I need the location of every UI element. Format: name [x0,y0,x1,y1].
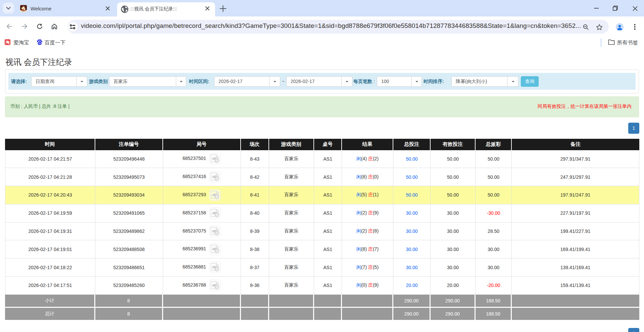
svg-text:du: du [38,42,41,44]
svg-text:淘: 淘 [5,40,10,45]
